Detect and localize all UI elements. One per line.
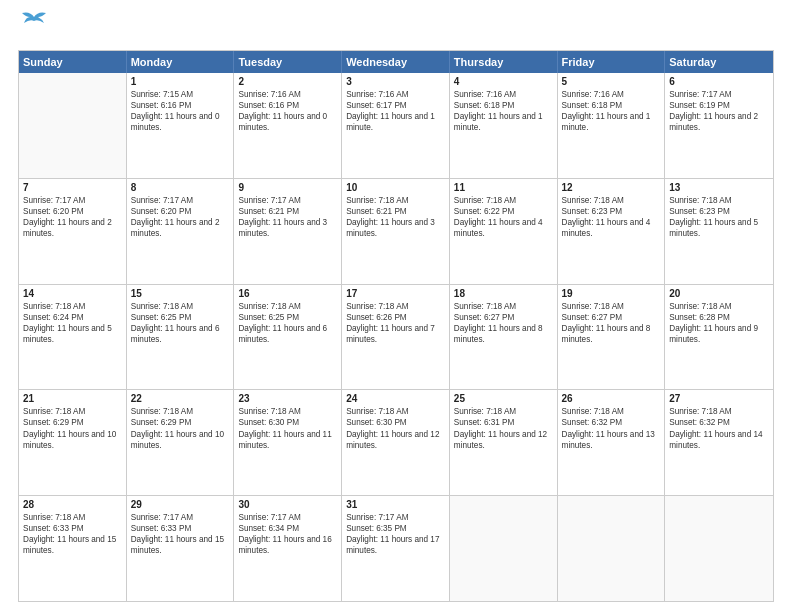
sunset-line: Sunset: 6:19 PM bbox=[669, 100, 769, 111]
sunrise-line: Sunrise: 7:17 AM bbox=[238, 512, 337, 523]
sunrise-line: Sunrise: 7:17 AM bbox=[346, 512, 445, 523]
daylight-line: Daylight: 11 hours and 14 minutes. bbox=[669, 429, 769, 451]
sunset-line: Sunset: 6:23 PM bbox=[562, 206, 661, 217]
daylight-line: Daylight: 11 hours and 3 minutes. bbox=[238, 217, 337, 239]
sunrise-line: Sunrise: 7:16 AM bbox=[454, 89, 553, 100]
day-number: 1 bbox=[131, 76, 230, 87]
day-header-saturday: Saturday bbox=[665, 51, 773, 73]
day-number: 20 bbox=[669, 288, 769, 299]
sunrise-line: Sunrise: 7:18 AM bbox=[346, 301, 445, 312]
day-number: 18 bbox=[454, 288, 553, 299]
calendar-cell: 28 Sunrise: 7:18 AM Sunset: 6:33 PM Dayl… bbox=[19, 496, 127, 601]
sunrise-line: Sunrise: 7:18 AM bbox=[562, 406, 661, 417]
daylight-line: Daylight: 11 hours and 0 minutes. bbox=[131, 111, 230, 133]
sunset-line: Sunset: 6:35 PM bbox=[346, 523, 445, 534]
daylight-line: Daylight: 11 hours and 5 minutes. bbox=[23, 323, 122, 345]
calendar-cell: 18 Sunrise: 7:18 AM Sunset: 6:27 PM Dayl… bbox=[450, 285, 558, 390]
day-number: 6 bbox=[669, 76, 769, 87]
sunrise-line: Sunrise: 7:16 AM bbox=[346, 89, 445, 100]
day-number: 26 bbox=[562, 393, 661, 404]
daylight-line: Daylight: 11 hours and 4 minutes. bbox=[454, 217, 553, 239]
calendar: SundayMondayTuesdayWednesdayThursdayFrid… bbox=[18, 50, 774, 602]
sunset-line: Sunset: 6:30 PM bbox=[238, 417, 337, 428]
calendar-cell: 22 Sunrise: 7:18 AM Sunset: 6:29 PM Dayl… bbox=[127, 390, 235, 495]
sunrise-line: Sunrise: 7:17 AM bbox=[23, 195, 122, 206]
logo-bird-icon bbox=[20, 9, 48, 31]
sunset-line: Sunset: 6:20 PM bbox=[23, 206, 122, 217]
calendar-cell: 1 Sunrise: 7:15 AM Sunset: 6:16 PM Dayli… bbox=[127, 73, 235, 178]
daylight-line: Daylight: 11 hours and 11 minutes. bbox=[238, 429, 337, 451]
daylight-line: Daylight: 11 hours and 16 minutes. bbox=[238, 534, 337, 556]
day-number: 2 bbox=[238, 76, 337, 87]
calendar-cell: 29 Sunrise: 7:17 AM Sunset: 6:33 PM Dayl… bbox=[127, 496, 235, 601]
calendar-cell: 21 Sunrise: 7:18 AM Sunset: 6:29 PM Dayl… bbox=[19, 390, 127, 495]
sunrise-line: Sunrise: 7:17 AM bbox=[131, 195, 230, 206]
calendar-cell: 10 Sunrise: 7:18 AM Sunset: 6:21 PM Dayl… bbox=[342, 179, 450, 284]
header bbox=[18, 18, 774, 40]
sunset-line: Sunset: 6:30 PM bbox=[346, 417, 445, 428]
day-header-friday: Friday bbox=[558, 51, 666, 73]
calendar-cell bbox=[450, 496, 558, 601]
calendar-cell bbox=[19, 73, 127, 178]
daylight-line: Daylight: 11 hours and 13 minutes. bbox=[562, 429, 661, 451]
calendar-cell bbox=[665, 496, 773, 601]
sunrise-line: Sunrise: 7:18 AM bbox=[23, 512, 122, 523]
calendar-cell: 24 Sunrise: 7:18 AM Sunset: 6:30 PM Dayl… bbox=[342, 390, 450, 495]
day-header-wednesday: Wednesday bbox=[342, 51, 450, 73]
sunrise-line: Sunrise: 7:18 AM bbox=[454, 195, 553, 206]
calendar-cell: 5 Sunrise: 7:16 AM Sunset: 6:18 PM Dayli… bbox=[558, 73, 666, 178]
sunset-line: Sunset: 6:17 PM bbox=[346, 100, 445, 111]
day-header-monday: Monday bbox=[127, 51, 235, 73]
sunrise-line: Sunrise: 7:18 AM bbox=[669, 301, 769, 312]
daylight-line: Daylight: 11 hours and 2 minutes. bbox=[669, 111, 769, 133]
daylight-line: Daylight: 11 hours and 17 minutes. bbox=[346, 534, 445, 556]
daylight-line: Daylight: 11 hours and 5 minutes. bbox=[669, 217, 769, 239]
sunset-line: Sunset: 6:31 PM bbox=[454, 417, 553, 428]
calendar-cell: 31 Sunrise: 7:17 AM Sunset: 6:35 PM Dayl… bbox=[342, 496, 450, 601]
calendar-cell: 27 Sunrise: 7:18 AM Sunset: 6:32 PM Dayl… bbox=[665, 390, 773, 495]
daylight-line: Daylight: 11 hours and 8 minutes. bbox=[562, 323, 661, 345]
sunset-line: Sunset: 6:24 PM bbox=[23, 312, 122, 323]
calendar-cell: 3 Sunrise: 7:16 AM Sunset: 6:17 PM Dayli… bbox=[342, 73, 450, 178]
sunset-line: Sunset: 6:33 PM bbox=[131, 523, 230, 534]
day-number: 23 bbox=[238, 393, 337, 404]
page: SundayMondayTuesdayWednesdayThursdayFrid… bbox=[0, 0, 792, 612]
sunrise-line: Sunrise: 7:18 AM bbox=[454, 301, 553, 312]
daylight-line: Daylight: 11 hours and 15 minutes. bbox=[23, 534, 122, 556]
day-number: 7 bbox=[23, 182, 122, 193]
daylight-line: Daylight: 11 hours and 10 minutes. bbox=[23, 429, 122, 451]
day-header-tuesday: Tuesday bbox=[234, 51, 342, 73]
sunrise-line: Sunrise: 7:18 AM bbox=[669, 195, 769, 206]
day-number: 17 bbox=[346, 288, 445, 299]
sunset-line: Sunset: 6:33 PM bbox=[23, 523, 122, 534]
day-number: 14 bbox=[23, 288, 122, 299]
sunset-line: Sunset: 6:32 PM bbox=[562, 417, 661, 428]
day-number: 21 bbox=[23, 393, 122, 404]
daylight-line: Daylight: 11 hours and 1 minute. bbox=[562, 111, 661, 133]
sunrise-line: Sunrise: 7:15 AM bbox=[131, 89, 230, 100]
day-number: 16 bbox=[238, 288, 337, 299]
sunset-line: Sunset: 6:26 PM bbox=[346, 312, 445, 323]
day-number: 4 bbox=[454, 76, 553, 87]
calendar-cell: 15 Sunrise: 7:18 AM Sunset: 6:25 PM Dayl… bbox=[127, 285, 235, 390]
calendar-week-5: 28 Sunrise: 7:18 AM Sunset: 6:33 PM Dayl… bbox=[19, 495, 773, 601]
sunset-line: Sunset: 6:29 PM bbox=[131, 417, 230, 428]
sunset-line: Sunset: 6:29 PM bbox=[23, 417, 122, 428]
sunrise-line: Sunrise: 7:18 AM bbox=[562, 301, 661, 312]
daylight-line: Daylight: 11 hours and 1 minute. bbox=[454, 111, 553, 133]
sunrise-line: Sunrise: 7:18 AM bbox=[23, 406, 122, 417]
daylight-line: Daylight: 11 hours and 3 minutes. bbox=[346, 217, 445, 239]
day-number: 27 bbox=[669, 393, 769, 404]
sunrise-line: Sunrise: 7:18 AM bbox=[454, 406, 553, 417]
sunrise-line: Sunrise: 7:16 AM bbox=[562, 89, 661, 100]
day-number: 10 bbox=[346, 182, 445, 193]
sunrise-line: Sunrise: 7:17 AM bbox=[238, 195, 337, 206]
calendar-cell: 11 Sunrise: 7:18 AM Sunset: 6:22 PM Dayl… bbox=[450, 179, 558, 284]
sunset-line: Sunset: 6:27 PM bbox=[454, 312, 553, 323]
sunset-line: Sunset: 6:32 PM bbox=[669, 417, 769, 428]
daylight-line: Daylight: 11 hours and 2 minutes. bbox=[23, 217, 122, 239]
calendar-cell: 25 Sunrise: 7:18 AM Sunset: 6:31 PM Dayl… bbox=[450, 390, 558, 495]
day-number: 3 bbox=[346, 76, 445, 87]
daylight-line: Daylight: 11 hours and 12 minutes. bbox=[454, 429, 553, 451]
daylight-line: Daylight: 11 hours and 10 minutes. bbox=[131, 429, 230, 451]
